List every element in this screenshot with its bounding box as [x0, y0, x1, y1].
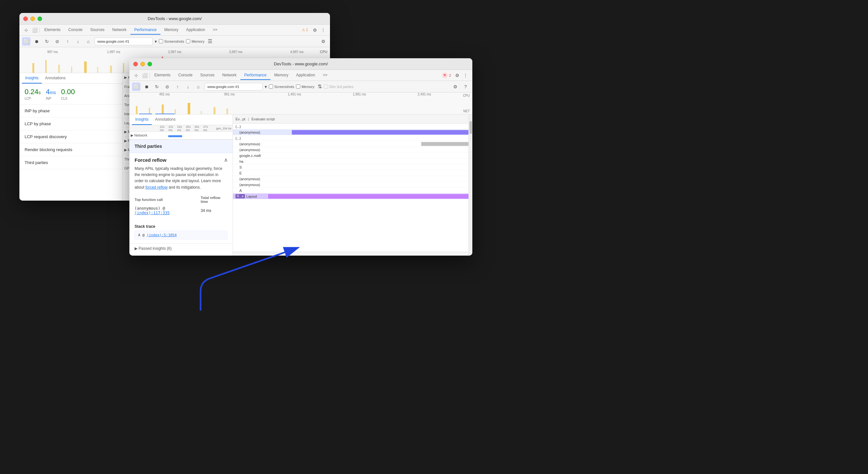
inp-label-1: INP — [46, 97, 56, 100]
insight-lcp-request-1[interactable]: LCP request discovery — [20, 130, 123, 143]
network-req-bar — [168, 135, 182, 137]
insight-inp-by-phase-1[interactable]: INP by phase — [20, 104, 123, 118]
insight-render-blocking-1[interactable]: Render blocking requests — [20, 143, 123, 156]
home-btn-1[interactable]: ⌂ — [84, 37, 93, 45]
tab-summary-2[interactable]: Summary — [236, 253, 261, 256]
forced-reflow-link[interactable]: forced reflow — [145, 185, 167, 190]
minimize-button-1[interactable] — [30, 17, 35, 21]
row-reflow-layout[interactable]: R...e Layout — [233, 193, 468, 199]
flame-chart-area[interactable]: (...) (anonymous) (...) (anonymous) — [233, 124, 468, 252]
memory-checkbox-1[interactable]: Memory — [186, 39, 205, 43]
help-btn-2[interactable]: ? — [461, 83, 470, 91]
screenshots-checkbox-1[interactable]: Screenshots — [159, 39, 184, 43]
settings-perf-2[interactable]: ⚙ — [451, 83, 459, 91]
col-top-func: Top function call — [134, 194, 200, 205]
svg-rect-22 — [139, 114, 152, 114]
record-circle-1[interactable]: ⏺ — [32, 37, 41, 45]
settings-perf-1[interactable]: ⚙ — [319, 37, 328, 45]
download-btn-2[interactable]: ↓ — [184, 83, 192, 91]
tab-console-1[interactable]: Console — [64, 26, 86, 35]
tab-insights-1[interactable]: Insights — [22, 73, 42, 84]
popup-table-row: (anonymous) @ (index):117:335 34 ms — [134, 205, 228, 217]
track-content-network-2 — [161, 132, 231, 139]
passed-insights[interactable]: ▶ Passed insights (6) — [129, 243, 233, 253]
devtools-window-2[interactable]: DevTools - www.google.com/ ⊹ ⬜ Elements … — [129, 58, 472, 256]
row-label: (anonymous) — [239, 148, 260, 152]
svg-rect-3 — [71, 66, 72, 73]
url-input-1[interactable] — [94, 37, 153, 45]
metrics-row-1: 0.24s LCP 4ms INP 0.00 CLS — [20, 84, 123, 104]
tab-network-2[interactable]: Network — [218, 71, 240, 80]
scrollbar-thumb[interactable] — [469, 121, 472, 134]
device-icon[interactable]: ⬜ — [30, 26, 39, 34]
url-input-2[interactable] — [205, 83, 263, 91]
tab-annotations-1[interactable]: Annotations — [42, 73, 69, 84]
eval-pt-label: Ev...pt — [236, 117, 245, 121]
tab-memory-1[interactable]: Memory — [160, 26, 182, 35]
svg-rect-20 — [214, 107, 215, 114]
tab-console-2[interactable]: Console — [175, 71, 196, 80]
tab-memory-2[interactable]: Memory — [271, 71, 292, 80]
cursor-icon-2[interactable]: ⊹ — [132, 71, 141, 80]
more-icon-2[interactable]: ⋮ — [461, 71, 470, 80]
tab-insights-2[interactable]: Insights — [132, 115, 152, 125]
tab-performance-1[interactable]: Performance — [130, 26, 160, 35]
vscrollbar[interactable] — [468, 115, 472, 256]
record-circle-2[interactable]: ⏺ — [142, 83, 151, 91]
collapse-btn[interactable]: ∧ — [224, 157, 228, 163]
upload-btn-1[interactable]: ↑ — [63, 37, 72, 45]
tab-event-log-2[interactable]: Event log — [312, 253, 337, 256]
tab-sources-1[interactable]: Sources — [86, 26, 108, 35]
home-btn-2[interactable]: ⌂ — [194, 83, 203, 91]
svg-rect-14 — [136, 106, 137, 114]
device-icon-2[interactable]: ⬜ — [141, 71, 149, 80]
close-button-1[interactable] — [23, 17, 28, 21]
tab-application-1[interactable]: Application — [182, 26, 209, 35]
dropdown-icon-1[interactable]: ▾ — [155, 39, 157, 44]
popup-header: Third parties — [129, 140, 233, 153]
minimize-button-2[interactable] — [141, 62, 145, 66]
devtools-body-2: Insights Annotations 221 ms231 ms241 ms2… — [129, 115, 472, 256]
reload-btn-1[interactable]: ↻ — [43, 37, 51, 45]
dropdown-icon-2[interactable]: ▾ — [265, 84, 267, 89]
screenshots-checkbox-2[interactable]: Screenshots — [269, 85, 294, 89]
tab-more-1[interactable]: >> — [209, 26, 221, 35]
tab-annotations-2[interactable]: Annotations — [152, 115, 179, 125]
cursor-icon[interactable]: ⊹ — [22, 26, 30, 34]
tab-network-1[interactable]: Network — [108, 26, 130, 35]
tab-call-tree-2[interactable]: Call tree — [288, 253, 312, 256]
traffic-lights-1 — [23, 17, 42, 21]
index-link[interactable]: (index):117:335 — [134, 211, 169, 215]
tab-elements-2[interactable]: Elements — [150, 71, 175, 80]
settings-icon-1[interactable]: ⚙ — [311, 26, 319, 34]
upload-btn-2[interactable]: ↑ — [174, 83, 182, 91]
more-icon-1[interactable]: ⋮ — [319, 26, 328, 34]
clear-btn-1[interactable]: ⊘ — [53, 37, 61, 45]
download-btn-1[interactable]: ↓ — [74, 37, 82, 45]
window-title-2: DevTools - www.google.com/ — [274, 61, 328, 66]
tab-elements-1[interactable]: Elements — [40, 26, 64, 35]
tab-sources-2[interactable]: Sources — [196, 71, 218, 80]
memory-checkbox-2[interactable]: Memory — [296, 85, 314, 89]
row-anonymous-highlight[interactable]: (anonymous) — [233, 129, 468, 135]
insight-third-parties-1[interactable]: Third parties — [20, 156, 123, 169]
settings-icon-2[interactable]: ⚙ — [453, 71, 461, 80]
tab-application-2[interactable]: Application — [292, 71, 319, 80]
popup-section: Forced reflow ∧ Many APIs, typically rea… — [129, 153, 233, 224]
record-btn-1[interactable]: ⬜ — [22, 37, 30, 45]
clear-btn-2[interactable]: ⊘ — [163, 83, 172, 91]
dim-3rd-parties-2[interactable]: Dim 3rd parties — [324, 85, 353, 89]
svg-rect-7 — [123, 63, 124, 73]
maximize-button-2[interactable] — [148, 62, 152, 66]
maximize-button-1[interactable] — [37, 17, 42, 21]
record-btn-2[interactable]: ⬜ — [132, 83, 141, 91]
insight-lcp-by-phase-1[interactable]: LCP by phase — [20, 118, 123, 130]
tab-bottom-up-2[interactable]: Bottom-up — [261, 253, 288, 256]
tab-performance-2[interactable]: Performance — [240, 71, 271, 80]
tab-more-2[interactable]: >> — [319, 71, 331, 80]
lcp-label-1: LCP — [25, 97, 41, 100]
stack-trace-link[interactable]: (index):5:1054 — [147, 233, 177, 237]
close-button-2[interactable] — [133, 62, 138, 66]
url-bar-2: ⬜ ⏺ ↻ ⊘ ↑ ↓ ⌂ ▾ Screenshots Memory ⇅ Dim… — [129, 81, 472, 93]
reload-btn-2[interactable]: ↻ — [153, 83, 161, 91]
